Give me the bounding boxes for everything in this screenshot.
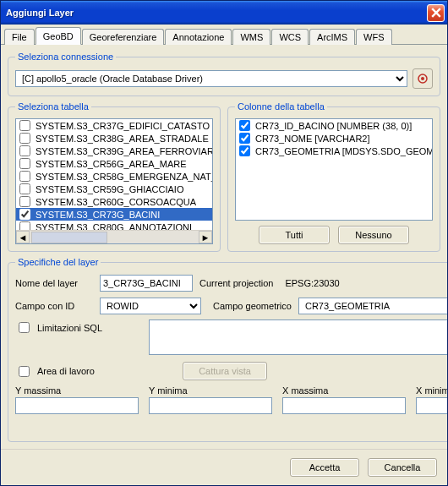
projection-label: Current projection bbox=[199, 278, 273, 288]
table-row[interactable]: SYSTEM.S3_CR60G_CORSOACQUA bbox=[16, 195, 212, 208]
table-checkbox[interactable] bbox=[19, 145, 30, 156]
content: Seleziona connessione [C] apollo5_oracle… bbox=[1, 45, 447, 449]
tables-hscroll[interactable]: ◄ ► bbox=[16, 230, 212, 243]
xmin-label: X minima bbox=[416, 385, 447, 396]
tab-arcims[interactable]: ArcIMS bbox=[309, 29, 355, 45]
workarea-checkbox[interactable] bbox=[19, 366, 30, 377]
layer-name-input[interactable] bbox=[100, 275, 193, 292]
epsg-value: EPSG:23030 bbox=[285, 278, 339, 288]
table-checkbox[interactable] bbox=[19, 209, 30, 220]
ymin-label: Y minima bbox=[149, 385, 272, 396]
select-all-button[interactable]: Tutti bbox=[259, 226, 330, 244]
column-label: CR73_GEOMETRIA [MDSYS.SDO_GEOMETRY] bbox=[255, 146, 432, 156]
tables-group: Seleziona tabella SYSTEM.S3_CR37G_EDIFIC… bbox=[8, 101, 221, 252]
footer: Accetta Cancella bbox=[1, 449, 447, 485]
id-field-label: Campo con ID bbox=[15, 301, 93, 311]
table-checkbox[interactable] bbox=[19, 183, 30, 194]
xmin-input[interactable] bbox=[416, 397, 447, 414]
scroll-right-icon[interactable]: ► bbox=[199, 231, 212, 243]
table-label: SYSTEM.S3_CR39G_AREA_FERROVIARI bbox=[36, 146, 212, 156]
cancel-button[interactable]: Cancella bbox=[368, 458, 437, 477]
target-icon bbox=[417, 73, 429, 85]
table-label: SYSTEM.S3_CR73G_BACINI bbox=[36, 210, 160, 220]
tab-wfs[interactable]: WFS bbox=[356, 29, 391, 45]
table-checkbox[interactable] bbox=[19, 133, 30, 144]
geom-field-select[interactable]: CR73_GEOMETRIA bbox=[298, 298, 447, 314]
tab-geobd[interactable]: GeoBD bbox=[36, 27, 81, 45]
connection-legend: Seleziona connessione bbox=[15, 52, 116, 62]
close-button[interactable] bbox=[427, 4, 445, 22]
capture-view-button: Cattura vista bbox=[183, 362, 267, 380]
column-row[interactable]: CR73_ID_BACINO [NUMBER (38, 0)] bbox=[236, 119, 432, 132]
svg-point-1 bbox=[421, 77, 424, 80]
table-checkbox[interactable] bbox=[19, 221, 30, 230]
tab-wcs[interactable]: WCS bbox=[271, 29, 309, 45]
column-checkbox[interactable] bbox=[239, 145, 250, 156]
accept-button[interactable]: Accetta bbox=[290, 458, 359, 477]
table-row[interactable]: SYSTEM.S3_CR59G_GHIACCIAIO bbox=[16, 183, 212, 195]
table-row[interactable]: SYSTEM.S3_CR56G_AREA_MARE bbox=[16, 157, 212, 170]
columns-group: Colonne della tabella CR73_ID_BACINO [NU… bbox=[227, 101, 440, 252]
layer-spec-legend: Specifiche del layer bbox=[15, 257, 101, 267]
tab-annotazione[interactable]: Annotazione bbox=[165, 29, 232, 45]
workarea-label: Area di lavoro bbox=[37, 366, 95, 376]
table-row[interactable]: SYSTEM.S3_CR58G_EMERGENZA_NAT_A bbox=[16, 170, 212, 183]
table-label: SYSTEM.S3_CR60G_CORSOACQUA bbox=[36, 197, 196, 207]
table-label: SYSTEM.S3_CR58G_EMERGENZA_NAT_A bbox=[36, 172, 212, 182]
ymax-input[interactable] bbox=[15, 397, 139, 414]
column-row[interactable]: CR73_GEOMETRIA [MDSYS.SDO_GEOMETRY] bbox=[236, 145, 432, 157]
connection-config-button[interactable] bbox=[412, 68, 433, 89]
column-checkbox[interactable] bbox=[239, 120, 250, 131]
id-field-select[interactable]: ROWID bbox=[100, 298, 201, 314]
sql-limit-checkbox[interactable] bbox=[19, 322, 30, 333]
select-none-button[interactable]: Nessuno bbox=[338, 226, 409, 244]
table-label: SYSTEM.S3_CR59G_GHIACCIAIO bbox=[36, 184, 183, 194]
tab-wms[interactable]: WMS bbox=[232, 29, 270, 45]
dialog: Aggiungi Layer File GeoBD Georeferenziar… bbox=[0, 0, 448, 486]
layer-spec-group: Specifiche del layer Nome del layer Curr… bbox=[8, 257, 447, 442]
table-label: SYSTEM.S3_CR80G_ANNOTAZIONI bbox=[36, 222, 192, 231]
sql-limit-label: Limitazioni SQL bbox=[37, 323, 102, 333]
tab-georeferenziare[interactable]: Georeferenziare bbox=[82, 29, 165, 45]
table-checkbox[interactable] bbox=[19, 171, 30, 182]
xmax-label: X massima bbox=[282, 385, 406, 396]
column-label: CR73_ID_BACINO [NUMBER (38, 0)] bbox=[255, 121, 412, 131]
table-row[interactable]: SYSTEM.S3_CR80G_ANNOTAZIONI bbox=[16, 221, 212, 230]
columns-listbox[interactable]: CR73_ID_BACINO [NUMBER (38, 0)] CR73_NOM… bbox=[235, 118, 433, 221]
table-label: SYSTEM.S3_CR56G_AREA_MARE bbox=[36, 159, 187, 169]
ymax-label: Y massima bbox=[15, 385, 139, 396]
column-checkbox[interactable] bbox=[239, 133, 250, 144]
scroll-left-icon[interactable]: ◄ bbox=[16, 231, 30, 243]
xmax-input[interactable] bbox=[282, 397, 406, 414]
window-title: Aggiungi Layer bbox=[6, 8, 427, 18]
titlebar: Aggiungi Layer bbox=[1, 1, 447, 25]
table-checkbox[interactable] bbox=[19, 158, 30, 169]
tabbar: File GeoBD Georeferenziare Annotazione W… bbox=[1, 25, 447, 45]
table-checkbox[interactable] bbox=[19, 196, 30, 207]
table-row[interactable]: SYSTEM.S3_CR39G_AREA_FERROVIARI bbox=[16, 145, 212, 157]
table-label: SYSTEM.S3_CR38G_AREA_STRADALE bbox=[36, 134, 209, 144]
connection-group: Seleziona connessione [C] apollo5_oracle… bbox=[8, 52, 440, 96]
table-checkbox[interactable] bbox=[19, 120, 30, 131]
tables-listbox[interactable]: SYSTEM.S3_CR37G_EDIFICI_CATASTO SYSTEM.S… bbox=[15, 118, 213, 244]
columns-legend: Colonne della tabella bbox=[235, 101, 327, 112]
table-label: SYSTEM.S3_CR37G_EDIFICI_CATASTO bbox=[36, 121, 210, 131]
column-label: CR73_NOME [VARCHAR2] bbox=[255, 134, 370, 144]
table-row[interactable]: SYSTEM.S3_CR37G_EDIFICI_CATASTO bbox=[16, 119, 212, 132]
table-row[interactable]: SYSTEM.S3_CR73G_BACINI bbox=[16, 208, 212, 221]
sql-limit-textarea[interactable] bbox=[149, 319, 447, 355]
ymin-input[interactable] bbox=[149, 397, 272, 414]
tab-file[interactable]: File bbox=[4, 29, 35, 45]
tables-legend: Seleziona tabella bbox=[15, 101, 91, 112]
table-row[interactable]: SYSTEM.S3_CR38G_AREA_STRADALE bbox=[16, 132, 212, 145]
column-row[interactable]: CR73_NOME [VARCHAR2] bbox=[236, 132, 432, 145]
connection-select[interactable]: [C] apollo5_oracle (Oracle Database Driv… bbox=[15, 70, 407, 87]
geom-field-label: Campo geometrico bbox=[213, 301, 292, 311]
layer-name-label: Nome del layer bbox=[15, 278, 93, 288]
close-icon bbox=[431, 8, 441, 18]
